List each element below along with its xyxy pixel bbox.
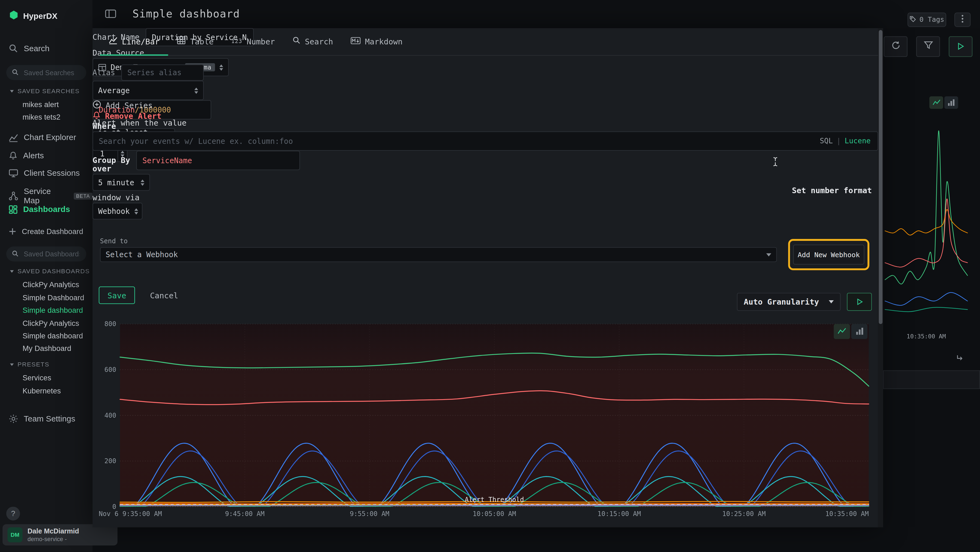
- tab-search[interactable]: Search: [284, 28, 342, 56]
- search-icon: [293, 36, 301, 46]
- chevron-down-icon: [766, 253, 771, 256]
- presets-section[interactable]: PRESETS: [10, 361, 49, 368]
- run-chart-button[interactable]: [847, 293, 872, 311]
- select-chevrons-icon: [194, 87, 198, 93]
- chevron-down-icon: [10, 89, 14, 92]
- tab-line-bar[interactable]: Line/Bar: [100, 28, 168, 56]
- sidebar-item-team-settings[interactable]: Team Settings: [9, 414, 75, 423]
- create-dashboard-button[interactable]: Create Dashboard: [9, 227, 83, 236]
- edit-chart-modal: Line/Bar Table 123 Number Search Markdow…: [92, 28, 878, 527]
- refresh-button[interactable]: [884, 36, 907, 57]
- alert-channel-select[interactable]: Webhook: [92, 203, 143, 220]
- aggregation-select[interactable]: Average: [92, 81, 204, 100]
- sidebar-item-label: Team Settings: [24, 414, 75, 423]
- saved-dashboards-input[interactable]: [22, 250, 81, 258]
- bar-chart-icon: [948, 97, 955, 109]
- tag-icon: [910, 15, 916, 24]
- user-menu[interactable]: DM Dale McDiarmid demo-service -: [2, 524, 117, 546]
- saved-searches-section[interactable]: SAVED SEARCHES: [10, 88, 80, 94]
- sidebar-item-dashboards[interactable]: Dashboards: [9, 204, 70, 214]
- svg-text:9:45:00 AM: 9:45:00 AM: [225, 510, 265, 518]
- tab-number[interactable]: 123 Number: [223, 28, 284, 56]
- help-button[interactable]: ?: [6, 507, 20, 521]
- sql-toggle[interactable]: SQL: [820, 137, 833, 145]
- more-menu-button[interactable]: [955, 13, 971, 27]
- avatar: DM: [8, 527, 22, 542]
- search-icon: [9, 44, 18, 53]
- sidebar-item-client-sessions[interactable]: Client Sessions: [9, 168, 80, 178]
- saved-searches-input[interactable]: [22, 68, 81, 77]
- search-icon: [12, 248, 19, 259]
- brand[interactable]: HyperDX: [9, 10, 57, 22]
- sidebar-collapse-icon[interactable]: [105, 9, 116, 21]
- sidebar-item-search[interactable]: Search: [9, 44, 49, 53]
- tags-count: 0 Tags: [920, 16, 944, 24]
- line-chart-icon: [932, 97, 940, 109]
- run-query-button[interactable]: [949, 36, 972, 57]
- sidebar-item-alerts[interactable]: Alerts: [9, 151, 44, 160]
- section-label: SAVED SEARCHES: [18, 88, 80, 94]
- granularity-select[interactable]: Auto Granularity: [737, 293, 841, 311]
- corner-arrow-icon: [956, 353, 964, 365]
- preview-chart[interactable]: Alert Threshold0200400600800Nov 6 9:35:0…: [97, 321, 872, 522]
- alias-input[interactable]: [121, 64, 204, 81]
- tab-table[interactable]: Table: [168, 28, 223, 56]
- filter-button[interactable]: [916, 36, 940, 57]
- dashboard-item[interactable]: ClickPy Analytics: [22, 280, 79, 289]
- set-number-format-button[interactable]: Set number format: [792, 186, 872, 195]
- lucene-toggle[interactable]: Lucene: [845, 137, 870, 145]
- svg-text:800: 800: [105, 321, 116, 328]
- toggle-divider: |: [837, 137, 841, 145]
- preview-chart-type-toggle: [834, 324, 867, 339]
- preset-item[interactable]: Kubernetes: [22, 387, 61, 395]
- dashboard-item[interactable]: My Dashboard: [22, 344, 71, 353]
- series-actions-row: Add Series Remove Alert: [92, 100, 878, 116]
- tab-label: Table: [190, 37, 213, 46]
- section-label: SAVED DASHBOARDS: [18, 268, 89, 274]
- hyperdx-logo-icon: [9, 10, 19, 22]
- tags-button[interactable]: 0 Tags: [908, 13, 946, 27]
- bar-chart-toggle[interactable]: [944, 96, 958, 109]
- user-name: Dale McDiarmid: [27, 527, 79, 535]
- refresh-icon: [891, 41, 900, 53]
- over-label: over: [92, 164, 111, 173]
- preset-item[interactable]: Services: [22, 373, 51, 382]
- saved-dashboards-searchbox[interactable]: [6, 247, 86, 262]
- plus-icon: [9, 228, 16, 235]
- saved-dashboards-section[interactable]: SAVED DASHBOARDS: [10, 268, 90, 274]
- line-chart-toggle[interactable]: [929, 96, 943, 109]
- sidebar-item-label: Alerts: [23, 151, 44, 160]
- dashboard-item[interactable]: Simple Dashboard: [22, 294, 84, 302]
- tab-label: Number: [247, 37, 275, 46]
- svg-text:10:25:00 AM: 10:25:00 AM: [722, 510, 766, 518]
- dashboard-item[interactable]: Simple dashboard: [22, 332, 83, 340]
- dashboard-item-active[interactable]: Simple dashboard: [22, 306, 83, 315]
- alert-window-select[interactable]: 5 minute: [92, 174, 150, 191]
- webhook-select[interactable]: Select a Webhook: [100, 247, 776, 262]
- group-by-input[interactable]: [136, 151, 300, 170]
- sidebar-item-label: Service Map: [24, 187, 64, 205]
- saved-search-item[interactable]: mikes tets2: [22, 113, 60, 121]
- play-icon: [856, 296, 863, 308]
- svg-text:10:05:00 AM: 10:05:00 AM: [473, 510, 516, 518]
- add-series-button[interactable]: Add Series: [92, 100, 878, 111]
- scrollbar-thumb[interactable]: [879, 30, 883, 324]
- save-button[interactable]: Save: [99, 287, 135, 304]
- sidebar-item-chart-explorer[interactable]: Chart Explorer: [9, 133, 76, 142]
- saved-searches-searchbox[interactable]: [6, 65, 86, 80]
- service-map-icon: [9, 191, 18, 200]
- saved-search-item[interactable]: mikes alert: [22, 100, 59, 109]
- app-window: Simple dashboard 0 Tags 10:35:00 AM: [0, 0, 980, 552]
- query-language-toggle[interactable]: SQL | Lucene: [820, 137, 871, 145]
- where-input[interactable]: [92, 131, 878, 151]
- bar-chart-toggle[interactable]: [851, 324, 867, 339]
- svg-text:10:15:00 AM: 10:15:00 AM: [598, 510, 641, 518]
- add-new-webhook-button[interactable]: Add New Webhook: [793, 245, 864, 265]
- play-icon: [957, 41, 964, 53]
- aggregation-value: Average: [98, 86, 190, 95]
- tab-markdown[interactable]: Markdown: [342, 28, 411, 56]
- dashboard-item[interactable]: ClickPy Analytics: [22, 319, 79, 328]
- sidebar-item-service-map[interactable]: Service Map BETA: [9, 187, 92, 205]
- line-chart-toggle[interactable]: [834, 324, 850, 339]
- cancel-button[interactable]: Cancel: [145, 287, 183, 304]
